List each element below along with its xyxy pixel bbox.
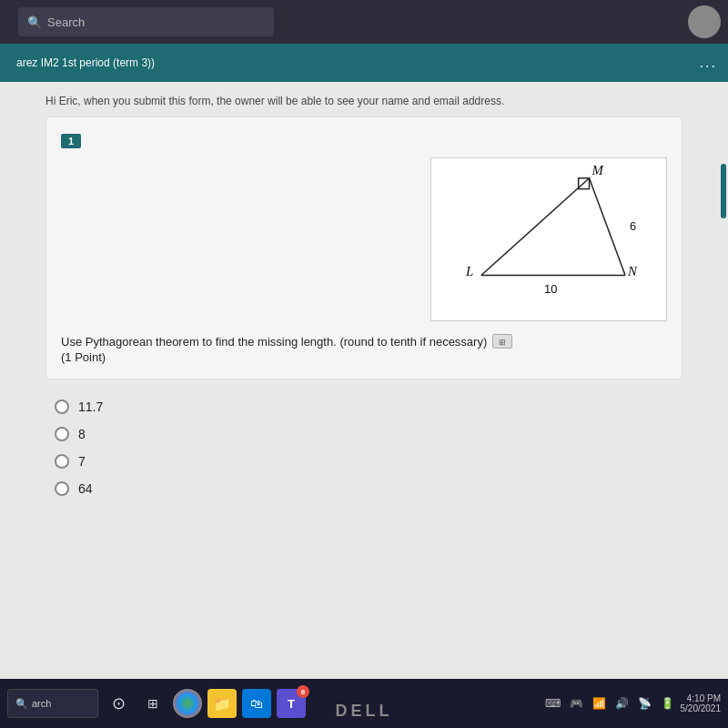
triangle-svg: M 6 L 10 N — [431, 158, 666, 320]
teams-badge: 8 — [297, 685, 309, 698]
question-instruction-block: Use Pythagorean theorem to find the miss… — [61, 334, 667, 364]
windows-button[interactable]: ⊙ — [104, 689, 133, 718]
answer-option-2[interactable]: 8 — [46, 427, 682, 441]
tab-title[interactable]: arez IM2 1st period (term 3)) — [9, 53, 162, 73]
search-bar[interactable]: 🔍 Search — [18, 7, 274, 36]
scroll-indicator[interactable] — [721, 164, 726, 218]
svg-text:10: 10 — [544, 282, 557, 296]
question-points: (1 Point) — [61, 350, 667, 364]
answer-options: 11.7 8 7 64 — [46, 390, 682, 496]
radio-3[interactable] — [55, 454, 69, 469]
wifi-icon: 📡 — [635, 695, 654, 712]
option-label-2: 8 — [78, 427, 86, 441]
answer-option-3[interactable]: 7 — [46, 454, 682, 469]
dell-logo: DELL — [336, 702, 393, 721]
battery-icon: 🔋 — [658, 695, 677, 712]
svg-line-1 — [590, 178, 626, 276]
svg-text:L: L — [465, 264, 473, 278]
file-explorer-icon[interactable]: 📁 — [207, 689, 237, 718]
keyboard-icon: ⌨ — [542, 695, 563, 712]
teams-icon[interactable]: T 8 — [277, 689, 306, 718]
taskbar-search[interactable]: 🔍 arch — [7, 689, 98, 718]
more-options-button[interactable]: ... — [700, 55, 717, 71]
question-number-badge: 1 — [61, 134, 81, 148]
option-label-1: 11.7 — [78, 399, 103, 414]
radio-4[interactable] — [55, 481, 69, 496]
game-icon: 🎮 — [567, 695, 586, 712]
option-label-4: 64 — [78, 481, 93, 496]
search-icon: 🔍 — [27, 15, 42, 29]
triangle-diagram: M 6 L 10 N — [430, 157, 667, 321]
tab-bar: arez IM2 1st period (term 3)) ... — [0, 44, 728, 82]
svg-text:M: M — [591, 163, 604, 177]
avatar — [688, 5, 721, 38]
network-icon: 📶 — [590, 695, 609, 712]
question-instruction: Use Pythagorean theorem to find the miss… — [61, 334, 667, 349]
radio-1[interactable] — [55, 399, 69, 414]
taskbar-search-text: arch — [32, 698, 51, 709]
taskbar-time: 4:10 PM 5/20/2021 — [681, 693, 722, 713]
chrome-icon[interactable]: ● — [173, 689, 202, 718]
question-card: 1 M 6 L 10 — [46, 116, 682, 379]
clock-date: 5/20/2021 — [681, 703, 722, 713]
translate-icon[interactable]: ⊞ — [492, 334, 512, 349]
svg-line-0 — [481, 178, 590, 276]
clock-time: 4:10 PM — [681, 693, 722, 703]
svg-text:6: 6 — [630, 219, 636, 233]
svg-text:N: N — [627, 264, 638, 278]
store-icon[interactable]: 🛍 — [242, 689, 271, 718]
option-label-3: 7 — [78, 454, 86, 469]
speaker-icon: 🔊 — [612, 695, 632, 712]
radio-2[interactable] — [55, 427, 69, 441]
answer-option-4[interactable]: 64 — [46, 481, 682, 496]
form-notice: Hi Eric, when you submit this form, the … — [46, 82, 682, 116]
question-body: M 6 L 10 N — [61, 157, 667, 321]
task-view-icon[interactable]: ⊞ — [138, 689, 167, 718]
top-bar: 🔍 Search — [0, 0, 728, 44]
system-tray: ⌨ 🎮 📶 🔊 📡 🔋 4:10 PM 5/20/2021 — [542, 693, 722, 713]
instruction-text: Use Pythagorean theorem to find the miss… — [61, 335, 487, 349]
search-label: Search — [47, 15, 85, 29]
answer-option-1[interactable]: 11.7 — [46, 399, 682, 414]
main-content: Hi Eric, when you submit this form, the … — [0, 82, 728, 679]
taskbar-search-icon: 🔍 — [15, 698, 28, 710]
taskbar: 🔍 arch ⊙ ⊞ ● 📁 🛍 T 8 ⌨ 🎮 📶 🔊 📡 🔋 4:10 PM… — [0, 679, 728, 728]
